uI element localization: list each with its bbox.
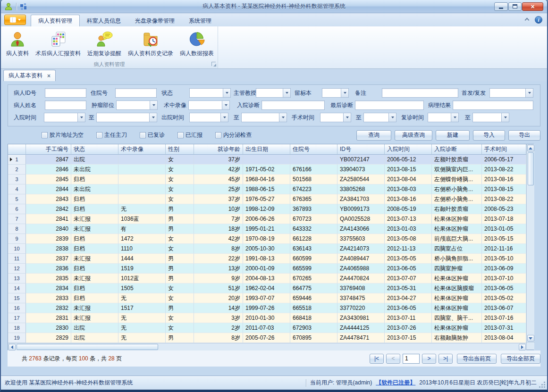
column-header-10[interactable]: 入院诊断 <box>432 144 482 155</box>
table-row[interactable]: 62842归档无男10岁1998-12-09367893YB0099173200… <box>8 204 526 214</box>
column-header-3[interactable]: 术中录像 <box>118 144 166 155</box>
column-header-11[interactable]: 手术时间 <box>482 144 526 155</box>
filter-combo[interactable] <box>322 88 349 98</box>
table-row[interactable]: 162832未汇报1517男14岁1999-07-266655183377022… <box>8 303 526 313</box>
table-row[interactable]: 52843归档女37岁1976-05-27676365ZA38417032013… <box>8 194 526 204</box>
checkbox-box[interactable] <box>42 132 48 138</box>
export-all-pages-button[interactable]: 导出全部页 <box>501 354 540 364</box>
checkbox-box[interactable] <box>140 132 146 138</box>
app-menu-button[interactable] <box>4 15 26 25</box>
table-row[interactable]: 152833归档无女20岁1993-07-0765944633748475201… <box>8 293 526 303</box>
ribbon-action-0[interactable]: 病人资料 <box>3 28 32 59</box>
first-page-button[interactable]: |< <box>370 354 384 364</box>
dialog-launcher-icon[interactable] <box>211 62 216 66</box>
table-row[interactable]: 192829出院无男8岁2005-07-26670895ZA4478471201… <box>8 333 526 343</box>
checkbox-box[interactable] <box>177 132 184 138</box>
chevron-down-icon[interactable] <box>341 89 348 97</box>
filter-input[interactable] <box>45 100 86 110</box>
filter-input[interactable] <box>45 88 86 98</box>
column-header-8[interactable]: ID号 <box>337 144 385 155</box>
filter-input[interactable] <box>382 88 458 98</box>
last-page-button[interactable]: >| <box>438 354 453 364</box>
minimize-button[interactable] <box>494 2 508 11</box>
table-row[interactable]: 172831未汇报无女3岁2010-01-30668418ZA343098120… <box>8 313 526 323</box>
table-row[interactable]: 112837未汇报1444男22岁1991-08-13660599ZA40894… <box>8 254 526 264</box>
filter-combo[interactable] <box>489 88 533 98</box>
checkbox-3[interactable]: 已汇报 <box>177 131 202 139</box>
horizontal-scroll-thumb[interactable] <box>17 344 158 350</box>
prev-page-button[interactable]: < <box>386 354 400 364</box>
advanced-query-button[interactable]: 高级查询 <box>395 130 432 141</box>
table-row[interactable]: 102838归档1110女8岁2005-10-30636143ZA4214073… <box>8 244 526 254</box>
new-button[interactable]: 新建 <box>436 130 470 141</box>
query-button[interactable]: 查询 <box>356 130 391 141</box>
ribbon-tab-2[interactable]: 光盘录像带管理 <box>128 15 182 26</box>
collapse-ribbon-icon[interactable] <box>524 17 530 23</box>
page-number-input[interactable] <box>403 354 420 364</box>
checkbox-box[interactable] <box>96 132 102 138</box>
scroll-up-button[interactable] <box>527 145 534 151</box>
chevron-down-icon[interactable] <box>388 113 396 122</box>
filter-combo[interactable] <box>241 113 287 122</box>
filter-combo[interactable] <box>44 113 85 122</box>
filter-combo[interactable] <box>189 88 231 98</box>
chevron-down-icon[interactable] <box>149 113 157 122</box>
table-row[interactable]: 32845归档女45岁1968-04-16501568ZA25805442013… <box>8 175 526 184</box>
maximize-button[interactable] <box>508 2 522 11</box>
chevron-down-icon[interactable] <box>222 101 229 109</box>
chevron-down-icon[interactable] <box>77 113 85 122</box>
checkbox-4[interactable]: 内分泌检查 <box>215 131 252 139</box>
ribbon-tab-0[interactable]: 病人资料管理 <box>31 15 80 26</box>
chevron-down-icon[interactable] <box>343 113 351 122</box>
checkbox-1[interactable]: 主任主刀 <box>96 131 127 139</box>
filter-combo[interactable] <box>188 100 230 110</box>
ribbon-tab-3[interactable]: 系统管理 <box>182 15 219 26</box>
column-header-0[interactable] <box>8 144 26 155</box>
table-row[interactable]: 142834归档1505女51岁1962-02-0466477533769408… <box>8 284 526 293</box>
filter-input[interactable] <box>115 88 157 98</box>
next-page-button[interactable]: > <box>422 354 436 364</box>
ribbon-tab-1[interactable]: 科室人员信息 <box>80 15 128 26</box>
info-icon[interactable]: i <box>535 16 542 24</box>
chevron-down-icon[interactable] <box>220 113 228 122</box>
table-row[interactable]: 12847出院女37岁YB00721472006-05-12左额叶胶质瘤2006… <box>8 155 526 165</box>
checkbox-box[interactable] <box>215 132 221 138</box>
chevron-down-icon[interactable] <box>451 113 458 122</box>
table-row[interactable]: 42844未出院女25岁1988-06-15674223338052682013… <box>8 184 526 194</box>
vertical-scrollbar[interactable] <box>526 144 534 350</box>
registered-link[interactable]: 【软件已注册】 <box>376 379 415 387</box>
chevron-down-icon[interactable] <box>283 89 290 97</box>
table-row[interactable]: 182830出院无女2岁2011-07-03672903ZA4444125201… <box>8 323 526 333</box>
titlebar[interactable]: 病人基本资料 - 某某医院神经外科-神经外科数据管理系统 × <box>1 0 547 13</box>
column-header-9[interactable]: 入院时间 <box>385 144 432 155</box>
column-header-7[interactable]: 住院号 <box>290 144 337 155</box>
close-button[interactable]: × <box>522 2 543 11</box>
chevron-down-icon[interactable] <box>501 113 509 122</box>
ribbon-action-4[interactable]: 病人数据报表 <box>177 28 217 59</box>
filter-combo[interactable] <box>96 113 157 122</box>
tab-patient-basic-info[interactable]: 病人基本资料 × <box>3 70 56 81</box>
filter-combo[interactable] <box>320 113 351 122</box>
filter-combo[interactable] <box>472 113 509 122</box>
table-row[interactable]: 132835未汇报1012蓝男9岁2004-08-13670265ZA44708… <box>8 274 526 284</box>
chevron-down-icon[interactable] <box>279 113 287 122</box>
table-row[interactable]: 72841未汇报1036蓝男7岁2006-06-26670723QA002552… <box>8 214 526 224</box>
table-row[interactable]: 82840未汇报有男18岁1995-01-21643332ZA414306620… <box>8 224 526 234</box>
filter-combo[interactable] <box>256 88 291 98</box>
column-header-4[interactable]: 性别 <box>166 144 194 155</box>
resize-grip[interactable] <box>540 382 546 388</box>
ribbon-action-2[interactable]: 近期复诊提醒 <box>84 28 125 59</box>
scroll-down-button[interactable] <box>527 335 534 342</box>
table-row[interactable]: 122836归档1519男13岁2000-01-09665599ZA406598… <box>8 264 526 274</box>
export-button[interactable]: 导出 <box>508 130 540 141</box>
ribbon-action-1[interactable]: 术后病人汇报资料 <box>32 28 84 59</box>
column-header-1[interactable]: 手工编号 <box>26 144 71 155</box>
filter-input[interactable] <box>355 100 424 110</box>
checkbox-0[interactable]: 胶片地址为空 <box>42 131 84 139</box>
chevron-down-icon[interactable] <box>223 89 230 97</box>
checkbox-2[interactable]: 已复诊 <box>140 131 165 139</box>
column-header-6[interactable]: 出生日期 <box>243 144 290 155</box>
tab-close-icon[interactable]: × <box>47 73 51 79</box>
table-row[interactable]: 22846未出院女42岁1971-05-02676166339040732013… <box>8 165 526 175</box>
filter-input[interactable] <box>261 100 325 110</box>
